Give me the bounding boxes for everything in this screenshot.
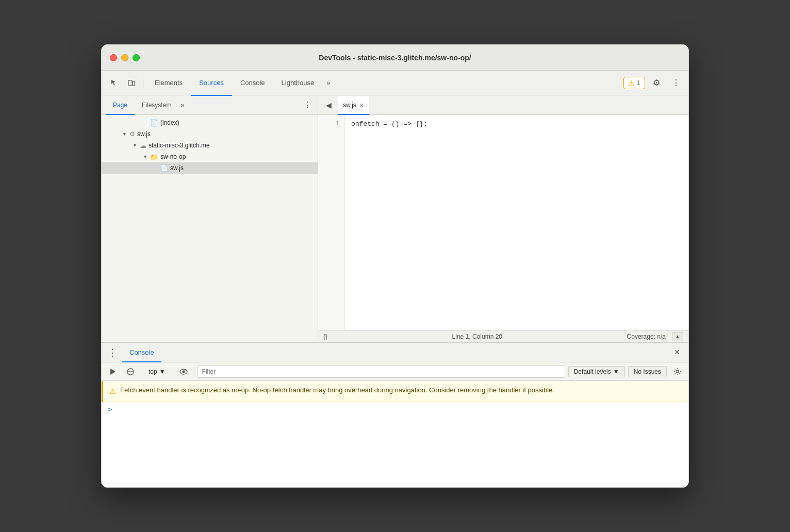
tree-item-label: sw-no-op xyxy=(160,153,186,160)
svg-rect-1 xyxy=(133,81,135,86)
bottom-close-button[interactable]: × xyxy=(670,345,684,360)
status-bar: {} Line 1, Column 20 Coverage: n/a ▲ xyxy=(318,330,688,342)
close-button[interactable] xyxy=(110,54,117,61)
eye-console-button[interactable] xyxy=(176,364,191,379)
devtools-window: DevTools - static-misc-3.glitch.me/sw-no… xyxy=(101,44,689,488)
sub-tab-more[interactable]: » xyxy=(178,101,186,109)
toolbar-divider xyxy=(143,77,143,89)
tab-more-button[interactable]: » xyxy=(322,71,334,95)
no-issues-label: No Issues xyxy=(634,368,661,375)
arrow-down-icon: ▼ xyxy=(143,154,150,159)
bottom-menu-icon[interactable]: ⋮ xyxy=(106,346,118,359)
scroll-to-top-button[interactable]: ▲ xyxy=(672,332,683,341)
sub-tabs: Page Filesystem » ⋮ xyxy=(102,95,318,115)
line-numbers: 1 xyxy=(318,115,345,330)
arrow-down-icon: ▼ xyxy=(122,131,129,137)
sub-tab-filesystem[interactable]: Filesystem xyxy=(135,96,178,115)
tree-item-label: static-misc-3.glitch.me xyxy=(149,142,210,149)
levels-label: Default levels xyxy=(574,368,611,375)
svg-rect-0 xyxy=(128,80,132,86)
console-divider-2 xyxy=(173,367,173,377)
line-number: 1 xyxy=(318,119,339,129)
code-content[interactable]: onfetch = () => {}; xyxy=(345,115,688,330)
tab-sources[interactable]: Sources xyxy=(191,71,232,96)
code-line-1: onfetch = () => {}; xyxy=(351,119,682,130)
tree-item-label: (index) xyxy=(160,119,179,126)
minimize-button[interactable] xyxy=(121,54,128,61)
sub-tab-page[interactable]: Page xyxy=(106,96,135,115)
warning-message-row: ⚠ Fetch event handler is recognized as n… xyxy=(102,381,688,402)
editor-tab-close[interactable]: × xyxy=(359,102,364,109)
svg-point-6 xyxy=(182,370,185,373)
console-settings-button[interactable] xyxy=(670,364,684,379)
levels-arrow-icon: ▼ xyxy=(613,368,619,375)
tree-item-label: sw.js xyxy=(137,130,151,138)
console-prompt[interactable]: > xyxy=(102,402,688,417)
editor-tab-swjs[interactable]: sw.js × xyxy=(338,96,369,115)
file-tree: 📄 (index) ▼ ⚙ sw.js ▼ ☁ static-misc-3.gl… xyxy=(102,115,318,342)
console-input[interactable] xyxy=(116,405,682,413)
warning-badge[interactable]: ⚠ 1 xyxy=(623,77,645,89)
tree-item-label: sw.js xyxy=(170,164,184,172)
tab-console[interactable]: Console xyxy=(232,71,273,96)
more-button[interactable]: ⋮ xyxy=(668,75,684,91)
folder-icon: 📁 xyxy=(150,153,158,161)
js-file-icon: 📄 xyxy=(160,164,168,172)
bottom-panel: ⋮ Console × top ▼ xyxy=(102,343,688,487)
warning-triangle-icon: ⚠ xyxy=(628,79,635,87)
svg-marker-2 xyxy=(110,369,116,375)
warning-message-icon: ⚠ xyxy=(109,386,116,397)
tree-item-domain[interactable]: ▼ ☁ static-misc-3.glitch.me xyxy=(102,140,318,151)
warning-message-text: Fetch event handler is recognized as no-… xyxy=(120,385,554,395)
console-content: ⚠ Fetch event handler is recognized as n… xyxy=(102,381,688,487)
bottom-tabs: ⋮ Console × xyxy=(102,343,688,362)
main-content: Page Filesystem » ⋮ 📄 (index) ▼ ⚙ xyxy=(102,95,688,342)
levels-selector[interactable]: Default levels ▼ xyxy=(568,366,625,377)
prompt-symbol: > xyxy=(108,405,112,413)
context-selector[interactable]: top ▼ xyxy=(144,367,170,377)
tree-item-index[interactable]: 📄 (index) xyxy=(102,117,318,128)
tree-item-swjs-gear[interactable]: ▼ ⚙ sw.js xyxy=(102,128,318,140)
console-divider-3 xyxy=(194,367,194,377)
sidebar-toggle-button[interactable]: ◀ xyxy=(322,99,335,111)
settings-button[interactable]: ⚙ xyxy=(648,75,665,91)
console-toolbar: top ▼ Default levels ▼ No Issues xyxy=(102,362,688,381)
tree-item-swjs-file[interactable]: 📄 sw.js xyxy=(102,162,318,174)
arrow-down-icon: ▼ xyxy=(133,143,140,148)
warning-count: 1 xyxy=(637,79,640,87)
editor-tabs: ◀ sw.js × xyxy=(318,95,688,115)
clear-console-button[interactable] xyxy=(123,364,138,379)
format-icon: {} xyxy=(323,333,327,340)
device-icon[interactable] xyxy=(123,75,140,91)
code-area: 1 onfetch = () => {}; xyxy=(318,115,688,330)
main-tab-nav: Elements Sources Console Lighthouse » xyxy=(146,71,622,95)
coverage-label: Coverage: n/a xyxy=(627,333,666,340)
bottom-tab-console[interactable]: Console xyxy=(122,343,161,362)
left-panel: Page Filesystem » ⋮ 📄 (index) ▼ ⚙ xyxy=(102,95,318,342)
gear-file-icon: ⚙ xyxy=(129,130,135,138)
toolbar-right: ⚠ 1 ⚙ ⋮ xyxy=(623,75,684,91)
inspect-icon[interactable] xyxy=(106,75,122,91)
context-label: top xyxy=(149,368,157,375)
cloud-icon: ☁ xyxy=(140,142,146,149)
tree-item-folder-sw-no-op[interactable]: ▼ 📁 sw-no-op xyxy=(102,151,318,162)
no-issues-button[interactable]: No Issues xyxy=(628,366,667,377)
doc-icon: 📄 xyxy=(150,119,158,127)
title-bar: DevTools - static-misc-3.glitch.me/sw-no… xyxy=(102,45,688,71)
cursor-position: Line 1, Column 20 xyxy=(334,333,621,340)
top-toolbar: Elements Sources Console Lighthouse » ⚠ … xyxy=(102,71,688,95)
svg-point-7 xyxy=(676,370,679,373)
tab-lighthouse[interactable]: Lighthouse xyxy=(273,71,323,96)
window-title: DevTools - static-misc-3.glitch.me/sw-no… xyxy=(319,54,471,62)
context-arrow-icon: ▼ xyxy=(159,368,166,375)
filter-input[interactable] xyxy=(198,365,565,378)
maximize-button[interactable] xyxy=(133,54,140,61)
format-button[interactable]: {} xyxy=(323,333,327,340)
editor-panel: ◀ sw.js × 1 onfetch = () => {}; {} Line … xyxy=(318,95,688,342)
traffic-lights xyxy=(110,54,140,61)
run-console-button[interactable] xyxy=(106,364,120,379)
sub-tab-menu-icon[interactable]: ⋮ xyxy=(301,99,314,111)
editor-tab-name: sw.js xyxy=(343,102,356,109)
console-divider xyxy=(141,367,141,377)
tab-elements[interactable]: Elements xyxy=(146,71,191,96)
